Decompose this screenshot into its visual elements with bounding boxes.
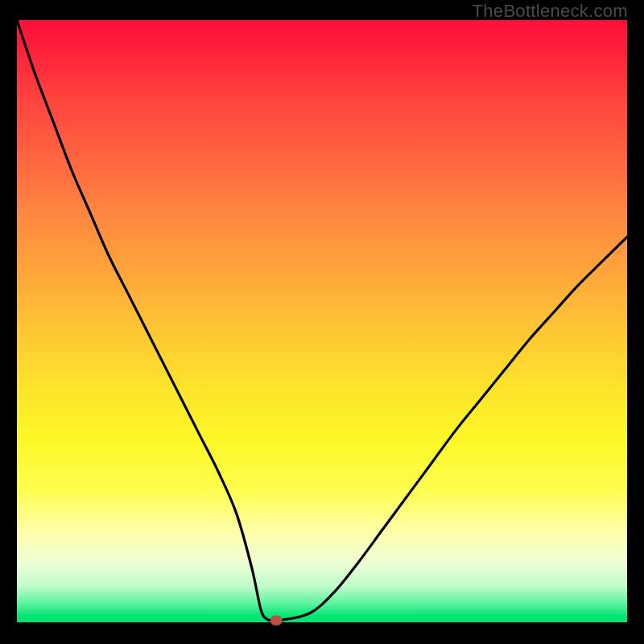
chart-frame: TheBottleneck.com <box>0 0 644 644</box>
minimum-marker <box>270 616 282 625</box>
curve-path <box>17 20 627 621</box>
plot-area <box>17 20 627 622</box>
watermark-text: TheBottleneck.com <box>473 1 628 22</box>
bottleneck-curve <box>17 20 627 622</box>
